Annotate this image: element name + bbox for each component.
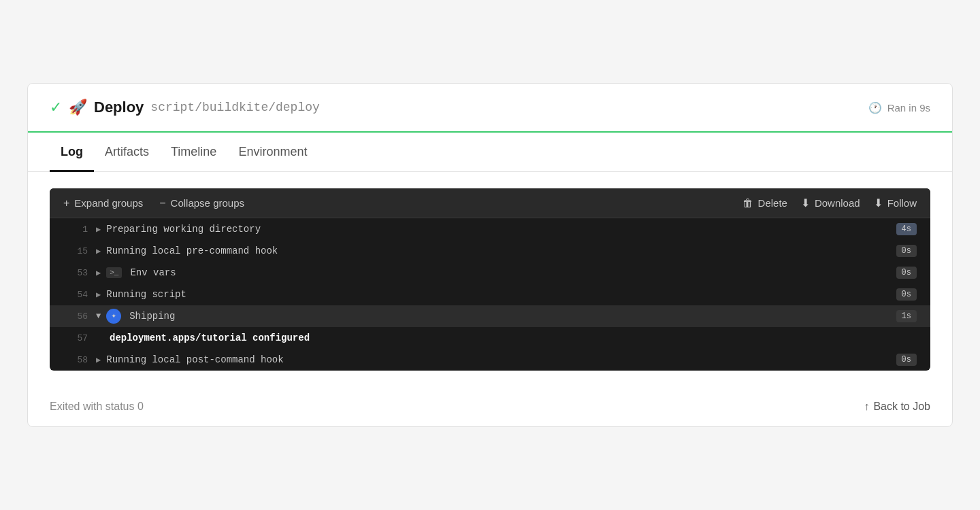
expand-arrow[interactable]: ▶: [96, 246, 101, 256]
tab-artifacts[interactable]: Artifacts: [94, 133, 160, 172]
line-text: Shipping: [129, 311, 175, 322]
expand-arrow[interactable]: ▶: [96, 355, 101, 365]
download-button[interactable]: ⬇ Download: [801, 197, 860, 209]
job-script: script/buildkite/deploy: [150, 101, 319, 114]
log-lines: 1▶Preparing working directory4s15▶Runnin…: [50, 218, 930, 371]
log-container: + Expand groups − Collapse groups 🗑 Dele…: [50, 188, 930, 371]
download-label: Download: [815, 197, 860, 209]
collapse-label: Collapse groups: [171, 197, 244, 209]
job-name: Deploy: [94, 99, 144, 116]
log-footer: Exited with status 0 ↑ Back to Job: [28, 387, 952, 426]
expand-arrow[interactable]: ▶: [96, 224, 101, 235]
line-text: deployment.apps/tutorial configured: [110, 333, 310, 343]
tab-timeline[interactable]: Timeline: [160, 133, 227, 172]
tab-environment[interactable]: Environment: [227, 133, 318, 172]
line-number: 57: [63, 333, 88, 343]
back-to-job-button[interactable]: ↑ Back to Job: [864, 401, 930, 413]
expand-arrow[interactable]: ▶: [96, 268, 101, 278]
rocket-icon: 🚀: [69, 99, 87, 116]
exit-status: Exited with status 0: [50, 401, 144, 413]
back-icon: ↑: [864, 401, 869, 413]
tab-bar: Log Artifacts Timeline Environment: [28, 133, 952, 172]
line-content: Running script: [106, 289, 896, 300]
line-badge: 1s: [896, 310, 917, 322]
log-line[interactable]: 15▶Running local pre-command hook0s: [50, 240, 930, 262]
delete-button[interactable]: 🗑 Delete: [742, 197, 787, 209]
log-line[interactable]: 57deployment.apps/tutorial configured: [50, 327, 930, 349]
expand-groups-button[interactable]: + Expand groups: [63, 197, 143, 209]
line-number: 1: [63, 224, 88, 235]
expand-arrow[interactable]: ▼: [96, 311, 101, 321]
line-text: Running local post-command hook: [106, 354, 283, 365]
line-badge: 0s: [896, 354, 917, 366]
line-badge: 0s: [896, 267, 917, 279]
toolbar-right: 🗑 Delete ⬇ Download ⬇ Follow: [742, 197, 917, 209]
line-text: Env vars: [130, 267, 176, 278]
line-number: 15: [63, 246, 88, 256]
job-title: ✓ 🚀 Deploy script/buildkite/deploy: [50, 99, 320, 116]
clock-icon: 🕐: [868, 101, 882, 114]
line-number: 53: [63, 268, 88, 278]
log-line[interactable]: 54▶Running script0s: [50, 284, 930, 305]
line-badge: 0s: [896, 245, 917, 257]
expand-label: Expand groups: [74, 197, 143, 209]
log-line[interactable]: 58▶Running local post-command hook0s: [50, 349, 930, 371]
line-number: 56: [63, 311, 88, 322]
line-content: >_Env vars: [106, 267, 896, 278]
expand-arrow[interactable]: ▶: [96, 290, 101, 300]
follow-icon: ⬇: [874, 197, 883, 209]
line-content: deployment.apps/tutorial configured: [110, 333, 917, 343]
collapse-groups-button[interactable]: − Collapse groups: [159, 197, 244, 209]
line-text: Preparing working directory: [106, 224, 261, 235]
line-content: Running local post-command hook: [106, 354, 896, 365]
collapse-icon: −: [159, 197, 165, 209]
follow-button[interactable]: ⬇ Follow: [874, 197, 917, 209]
check-icon: ✓: [50, 99, 62, 116]
log-line[interactable]: 53▶>_Env vars0s: [50, 262, 930, 284]
line-badge: 4s: [896, 223, 917, 235]
line-content: Running local pre-command hook: [106, 245, 896, 256]
tab-log[interactable]: Log: [50, 133, 94, 172]
terminal-icon: >_: [106, 267, 122, 278]
line-number: 54: [63, 290, 88, 300]
line-badge: 0s: [896, 288, 917, 301]
kubernetes-icon: ✦: [106, 309, 121, 324]
back-label: Back to Job: [873, 401, 930, 413]
delete-icon: 🗑: [742, 197, 753, 209]
line-content: ✦Shipping: [106, 309, 896, 324]
line-content: Preparing working directory: [106, 224, 896, 235]
line-text: Running script: [106, 289, 186, 300]
expand-icon: +: [63, 197, 69, 209]
toolbar-left: + Expand groups − Collapse groups: [63, 197, 244, 209]
log-toolbar: + Expand groups − Collapse groups 🗑 Dele…: [50, 188, 930, 218]
log-line[interactable]: 1▶Preparing working directory4s: [50, 218, 930, 240]
line-text: Running local pre-command hook: [106, 245, 278, 256]
main-container: ✓ 🚀 Deploy script/buildkite/deploy 🕐 Ran…: [27, 83, 953, 427]
job-meta: 🕐 Ran in 9s: [868, 101, 930, 114]
log-line[interactable]: 56▼✦Shipping1s: [50, 305, 930, 327]
line-number: 58: [63, 355, 88, 365]
job-header: ✓ 🚀 Deploy script/buildkite/deploy 🕐 Ran…: [28, 84, 952, 133]
ran-time: Ran in 9s: [887, 102, 930, 114]
download-icon: ⬇: [801, 197, 810, 209]
follow-label: Follow: [887, 197, 917, 209]
delete-label: Delete: [758, 197, 787, 209]
